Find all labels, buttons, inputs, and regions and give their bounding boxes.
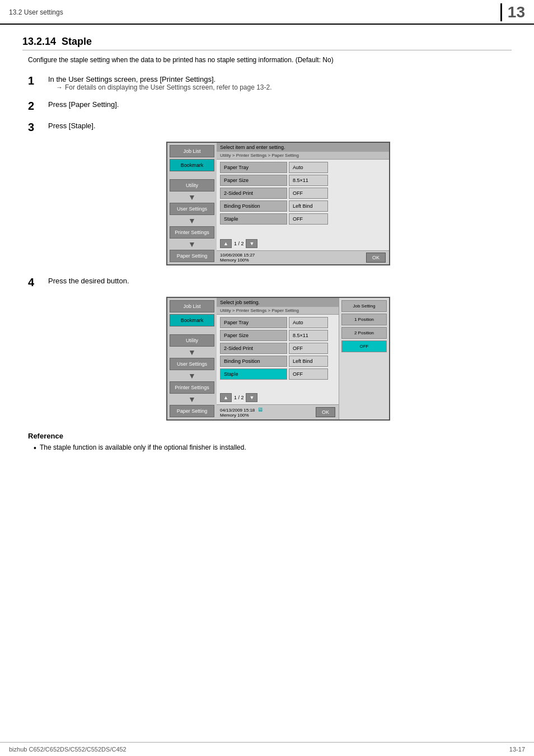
steps-container: 1 In the User Settings screen, press [Pr… — [28, 74, 512, 421]
step-1-content: In the User Settings screen, press [Prin… — [48, 74, 272, 91]
screen2-sidebar-job-list[interactable]: Job List — [170, 300, 214, 312]
screen2-row-2sided-label: 2-Sided Print — [220, 343, 287, 354]
screen1-row-3: Binding Position Left Bind — [220, 200, 386, 212]
screen2-sidebar-dot-3: ▼ — [170, 395, 214, 403]
panel-2-position[interactable]: 2 Position — [341, 327, 387, 339]
screen2-row-staple-value: OFF — [289, 368, 328, 380]
footer-page: 13-17 — [509, 746, 525, 753]
screen2-footer: 04/13/2009 15:18 🖥 Memory 100% OK — [217, 404, 339, 419]
screen2-rows: Paper Tray Auto Paper Size 8.5×11 2-Side… — [217, 315, 339, 391]
page-footer: bizhub C652/C652DS/C552/C552DS/C452 13-1… — [0, 742, 534, 756]
screen1-row-4: Staple OFF — [220, 213, 386, 225]
screen2-row-paper-tray-label: Paper Tray — [220, 317, 287, 328]
row-paper-size-label: Paper Size — [220, 175, 287, 186]
step-2-content: Press [Paper Setting]. — [48, 99, 119, 109]
screen1-footer-info: 10/06/2008 15:27 Memory 100% — [220, 253, 255, 263]
step-4: 4 Press the desired button. — [28, 276, 512, 289]
step-3-number: 3 — [28, 120, 45, 134]
screen2-prev-btn[interactable]: ▲ — [220, 393, 232, 402]
step-1: 1 In the User Settings screen, press [Pr… — [28, 74, 512, 91]
header-section-label: 13.2 User settings — [9, 8, 63, 16]
screen2-row-binding-label: Binding Position — [220, 356, 287, 367]
step-2: 2 Press [Paper Setting]. — [28, 99, 512, 113]
screen2-title: Select job setting. — [217, 298, 339, 307]
step-1-number: 1 — [28, 74, 45, 87]
screen1-ok-btn[interactable]: OK — [366, 253, 386, 263]
screen1-rows: Paper Tray Auto Paper Size 8.5×11 2-Side… — [217, 160, 389, 237]
page-header: 13.2 User settings 13 — [0, 0, 534, 25]
step-3: 3 Press [Staple]. — [28, 120, 512, 134]
row-paper-tray-value: Auto — [289, 162, 328, 173]
sidebar-job-list[interactable]: Job List — [170, 145, 214, 157]
screen2-row-paper-size-label: Paper Size — [220, 330, 287, 341]
screen2-row-staple-label[interactable]: Staple — [220, 368, 287, 380]
screen2-row-1: Paper Size 8.5×11 — [220, 330, 335, 341]
panel-off[interactable]: OFF — [341, 340, 387, 352]
screen2-row-3: Binding Position Left Bind — [220, 356, 335, 367]
main-content: 13.2.14 Staple Configure the staple sett… — [0, 25, 534, 464]
screen2-row-paper-size-value: 8.5×11 — [289, 330, 328, 341]
section-description: Configure the staple setting when the da… — [28, 56, 512, 64]
step-1-sub: For details on displaying the User Setti… — [56, 83, 272, 91]
step-4-content: Press the desired button. — [48, 276, 129, 285]
screen2-row-2: 2-Sided Print OFF — [220, 343, 335, 354]
bullet-icon: • — [34, 444, 36, 452]
sidebar-paper-setting[interactable]: Paper Setting — [170, 250, 214, 262]
screen2-ok-btn[interactable]: OK — [316, 407, 335, 417]
row-staple-label[interactable]: Staple — [220, 213, 287, 225]
screen1-row-0: Paper Tray Auto — [220, 162, 386, 173]
screen1-footer: 10/06/2008 15:27 Memory 100% OK — [217, 250, 389, 264]
screen2-sidebar: Job List Bookmark Utility ▼ User Setting… — [167, 298, 217, 419]
reference-item-0: • The staple function is available only … — [34, 444, 512, 452]
section-title: 13.2.14 Staple — [22, 36, 512, 50]
sidebar-utility[interactable]: Utility — [170, 179, 214, 192]
screen2: Job List Bookmark Utility ▼ User Setting… — [166, 297, 390, 421]
screen2-row-2sided-value: OFF — [289, 343, 328, 354]
screen2-container: Job List Bookmark Utility ▼ User Setting… — [45, 297, 512, 421]
screen2-next-btn[interactable]: ▼ — [246, 393, 257, 402]
screen2-sidebar-user-settings[interactable]: User Settings — [170, 358, 214, 370]
screen2-main: Select job setting. Utility > Printer Se… — [217, 298, 339, 419]
screen1-row-2: 2-Sided Print OFF — [220, 188, 386, 199]
row-binding-label: Binding Position — [220, 200, 287, 212]
reference-title: Reference — [28, 432, 512, 440]
header-page-number: 13 — [500, 3, 525, 21]
sidebar-user-settings[interactable]: User Settings — [170, 203, 214, 215]
screen2-row-4: Staple OFF — [220, 368, 335, 380]
step-3-content: Press [Staple]. — [48, 120, 96, 130]
screen1-container: Job List Bookmark Utility ▼ User Setting… — [45, 142, 512, 265]
screen2-breadcrumb: Utility > Printer Settings > Paper Setti… — [217, 307, 339, 315]
row-paper-tray-label: Paper Tray — [220, 162, 287, 173]
step-2-number: 2 — [28, 99, 45, 113]
panel-1-position[interactable]: 1 Position — [341, 314, 387, 325]
screen2-row-paper-tray-value: Auto — [289, 317, 328, 328]
screen2-sidebar-utility[interactable]: Utility — [170, 334, 214, 347]
screen1: Job List Bookmark Utility ▼ User Setting… — [166, 142, 390, 265]
screen1-title: Select item and enter setting. — [217, 143, 389, 152]
row-binding-value: Left Bind — [289, 200, 328, 212]
sidebar-printer-settings[interactable]: Printer Settings — [170, 226, 214, 239]
screen2-row-0: Paper Tray Auto — [220, 317, 335, 328]
sidebar-dot-1: ▼ — [170, 193, 214, 201]
screen1-sidebar: Job List Bookmark Utility ▼ User Setting… — [167, 143, 217, 264]
screen2-sidebar-bookmark[interactable]: Bookmark — [170, 314, 214, 326]
screen1-prev-btn[interactable]: ▲ — [220, 239, 232, 248]
screen1-main: Select item and enter setting. Utility >… — [217, 143, 389, 264]
row-staple-value: OFF — [289, 213, 328, 225]
screen2-sidebar-paper-setting[interactable]: Paper Setting — [170, 405, 214, 417]
sidebar-bookmark[interactable]: Bookmark — [170, 159, 214, 171]
screen1-breadcrumb: Utility > Printer Settings > Paper Setti… — [217, 152, 389, 160]
row-2sided-value: OFF — [289, 188, 328, 199]
screen2-sidebar-printer-settings[interactable]: Printer Settings — [170, 381, 214, 394]
row-2sided-label: 2-Sided Print — [220, 188, 287, 199]
panel-job-setting[interactable]: Job Setting — [341, 300, 387, 312]
row-paper-size-value: 8.5×11 — [289, 175, 328, 186]
screen2-sidebar-dot-1: ▼ — [170, 348, 214, 356]
screen2-pagination: ▲ 1 / 2 ▼ — [217, 391, 339, 404]
screen1-pagination: ▲ 1 / 2 ▼ — [217, 237, 389, 250]
step-4-number: 4 — [28, 276, 45, 289]
screen2-right-panel: Job Setting 1 Position 2 Position OFF — [339, 298, 389, 419]
screen1-next-btn[interactable]: ▼ — [246, 239, 257, 248]
screen2-sidebar-dot-2: ▼ — [170, 372, 214, 380]
screen1-row-1: Paper Size 8.5×11 — [220, 175, 386, 186]
